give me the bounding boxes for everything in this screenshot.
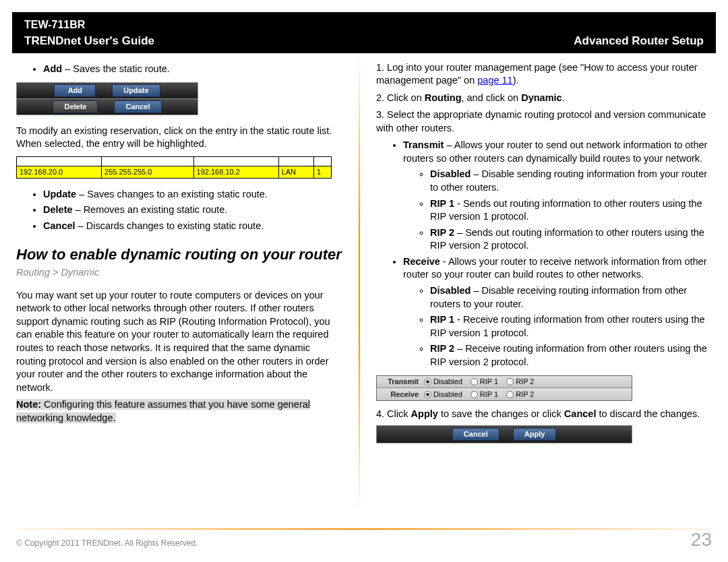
transmit-bullet: Transmit – Allows your router to send ou… [403,139,712,253]
page-11-link[interactable]: page 11 [477,75,512,86]
transmit-rip1: RIP 1 - Sends out routing information to… [430,197,712,224]
apply-button[interactable]: Apply [513,428,557,441]
left-column: Add – Saves the static route. Add Update… [16,61,353,506]
transmit-rip1-radio[interactable]: RIP 1 [471,377,498,387]
receive-bullet: Receive - Allows your router to receive … [403,255,712,369]
delete-button[interactable]: Delete [53,100,98,113]
step-1: 1. Log into your router management page … [376,61,712,88]
delete-bullet: Delete – Removes an existing static rout… [43,204,342,217]
route-metric: 1 [313,166,331,178]
receive-disabled: Disabled – Disable receiving routing inf… [430,284,712,311]
breadcrumb: Routing > Dynamic [16,266,342,280]
receive-rip1-radio[interactable]: RIP 1 [471,389,498,400]
route-buttons-panel: Add Update Delete Cancel [16,82,198,115]
static-route-table: 192.168.20.0 255.255.255.0 192.168.10.2 … [16,156,332,179]
cancel-apply-button[interactable]: Cancel [452,428,499,441]
route-interface: LAN [278,166,313,178]
rip-radio-panel: Transmit Disabled RIP 1 RIP 2 Receive Di… [376,375,632,401]
add-bullet: Add – Saves the static route. [43,63,342,76]
column-divider [359,61,360,506]
step-3: 3. Select the appropriate dynamic routin… [376,108,712,135]
model-number: TEW-711BR [24,18,704,32]
route-gateway: 192.168.10.2 [193,166,278,178]
guide-title: TRENDnet User's Guide [24,34,154,49]
copyright: © Copyright 2011 TRENDnet. All Rights Re… [16,538,198,549]
receive-rip1: RIP 1 - Receive routing information from… [430,313,712,340]
apply-cancel-bar: Cancel Apply [376,425,632,443]
transmit-rip2: RIP 2 – Sends out routing information to… [430,226,712,253]
transmit-row-label: Transmit [377,377,424,387]
add-button[interactable]: Add [54,84,96,97]
receive-row-label: Receive [377,389,424,400]
page-header: TEW-711BR TRENDnet User's Guide Advanced… [12,12,716,53]
cancel-button[interactable]: Cancel [114,100,161,113]
route-network: 192.168.20.0 [17,166,102,178]
dynamic-routing-heading: How to enable dynamic routing on your ro… [16,245,342,265]
transmit-rip2-radio[interactable]: RIP 2 [506,377,534,387]
receive-rip2-radio[interactable]: RIP 2 [506,389,534,400]
transmit-disabled-radio[interactable]: Disabled [424,377,462,387]
step-4: 4. Click Apply to save the changes or cl… [376,408,712,421]
add-label: Add [43,63,62,74]
transmit-disabled: Disabled – Disable sending routing infor… [430,168,712,194]
cancel-bullet: Cancel – Discards changes to existing st… [43,220,342,233]
receive-rip2: RIP 2 – Receive routing information from… [430,342,712,369]
modify-paragraph: To modify an existing reservation, click… [16,125,342,151]
update-button[interactable]: Update [112,84,160,97]
note-paragraph: Note: Configuring this feature assumes t… [16,398,342,425]
add-desc: – Saves the static route. [62,63,170,74]
page-number: 23 [691,527,712,553]
route-mask: 255.255.255.0 [102,166,194,178]
route-row-selected[interactable]: 192.168.20.0 255.255.255.0 192.168.10.2 … [17,166,332,178]
update-bullet: Update – Saves changes to an existing st… [43,188,342,201]
section-title: Advanced Router Setup [574,34,704,49]
receive-disabled-radio[interactable]: Disabled [424,389,462,400]
dynamic-intro: You may want set up your router to route… [16,289,342,395]
step-2: 2. Click on Routing, and click on Dynami… [376,92,712,105]
right-column: 1. Log into your router management page … [365,61,712,506]
